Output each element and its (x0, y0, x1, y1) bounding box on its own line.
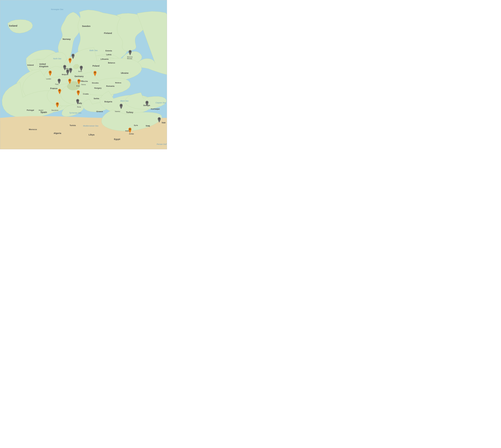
svg-point-4 (59, 90, 60, 91)
svg-point-12 (67, 70, 68, 72)
svg-point-17 (129, 51, 131, 52)
pin-italy-north[interactable] (76, 90, 80, 96)
pin-germany-west-gray[interactable] (68, 68, 73, 73)
pin-georgia-gray[interactable] (145, 101, 149, 106)
svg-point-3 (69, 80, 70, 81)
svg-point-5 (57, 103, 58, 104)
svg-point-11 (64, 66, 65, 67)
pin-berlin-gray[interactable] (79, 66, 83, 71)
pin-uk[interactable] (48, 71, 52, 76)
svg-point-6 (78, 80, 80, 81)
svg-point-19 (146, 102, 147, 103)
svg-point-10 (72, 55, 74, 56)
svg-point-9 (129, 128, 130, 130)
svg-point-2 (69, 59, 71, 60)
pin-norway-gray[interactable] (71, 54, 75, 59)
pin-italy-gray[interactable] (76, 99, 80, 104)
svg-point-1 (49, 72, 51, 73)
pin-austria[interactable] (77, 79, 81, 84)
pin-paris-gray[interactable] (57, 79, 61, 84)
pin-istanbul-gray[interactable] (119, 104, 123, 109)
pin-barcelona[interactable] (55, 102, 59, 108)
pin-iran-gray[interactable] (157, 117, 161, 123)
svg-point-8 (94, 72, 96, 73)
pin-poland[interactable] (93, 71, 97, 76)
map-svg (0, 0, 167, 149)
svg-point-15 (59, 80, 60, 81)
pin-moscow-gray[interactable] (128, 50, 132, 55)
pin-france[interactable] (58, 89, 62, 94)
pin-belgium-france[interactable] (68, 79, 72, 84)
svg-point-14 (81, 67, 82, 68)
svg-point-13 (70, 69, 71, 70)
svg-point-20 (159, 118, 160, 119)
svg-point-7 (78, 91, 79, 93)
svg-point-18 (121, 105, 122, 106)
map-container: Norwegian Sea North Sea Baltic Sea Black… (0, 0, 167, 149)
svg-point-16 (77, 100, 78, 101)
pin-israel-jordan[interactable] (128, 128, 132, 133)
